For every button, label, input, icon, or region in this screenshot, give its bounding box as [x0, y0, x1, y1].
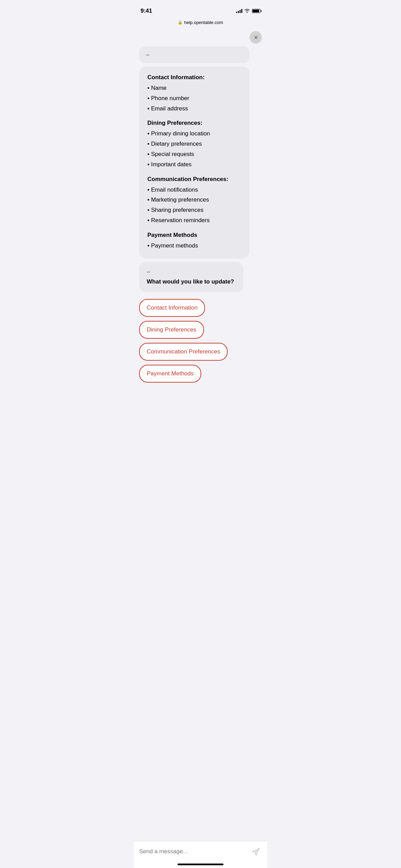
quick-reply-button[interactable]: Contact Information: [139, 299, 205, 317]
list-item: Sharing preferences: [147, 205, 241, 215]
list-item: Payment methods: [147, 241, 241, 251]
status-icons: [236, 8, 260, 14]
lock-icon: 🔒: [178, 20, 183, 25]
close-button[interactable]: ✕: [250, 31, 262, 44]
wifi-icon: [244, 8, 250, 14]
chat-area: – Contact Information:NamePhone numberEm…: [134, 46, 267, 298]
list-item: Special requests: [147, 149, 241, 159]
list-item: Name: [147, 83, 241, 93]
status-time: 9:41: [141, 8, 152, 14]
collapsed-message: –: [139, 46, 250, 63]
list-item: Primary dining location: [147, 129, 241, 139]
bullet-list-2: Email notificationsMarketing preferences…: [147, 185, 241, 226]
quick-reply-button[interactable]: Dining Preferences: [139, 321, 204, 339]
bullet-list-3: Payment methods: [147, 241, 241, 251]
list-item: Phone number: [147, 93, 241, 104]
list-item: Marketing preferences: [147, 195, 241, 205]
section-heading-3: Payment Methods: [147, 232, 241, 239]
status-bar: 9:41: [134, 0, 267, 17]
quick-reply-button[interactable]: Payment Methods: [139, 365, 201, 383]
url-bar: 🔒 help.opentable.com: [134, 17, 267, 28]
section-heading-2: Communication Preferences:: [147, 176, 241, 183]
list-item: Important dates: [147, 159, 241, 170]
section-heading-0: Contact Information:: [147, 74, 241, 81]
quick-reply-button[interactable]: Communication Preferences: [139, 343, 228, 361]
dash-separator: –: [147, 268, 236, 275]
list-item: Dietary preferences: [147, 139, 241, 149]
battery-icon: [252, 9, 260, 13]
url-text: help.opentable.com: [184, 20, 223, 25]
list-item: Reservation reminders: [147, 215, 241, 226]
bot-bubble: – What would you like to update?: [139, 262, 243, 292]
list-item: Email address: [147, 104, 241, 114]
quick-replies: Contact InformationDining PreferencesCom…: [134, 298, 267, 388]
close-area: ✕: [134, 28, 267, 46]
info-bubble: Contact Information:NamePhone numberEmai…: [139, 67, 250, 258]
bullet-list-0: NamePhone numberEmail address: [147, 83, 241, 113]
bot-question-text: What would you like to update?: [147, 278, 236, 286]
section-heading-1: Dining Preferences:: [147, 120, 241, 126]
bullet-list-1: Primary dining locationDietary preferenc…: [147, 129, 241, 169]
signal-icon: [236, 9, 242, 13]
list-item: Email notifications: [147, 185, 241, 195]
